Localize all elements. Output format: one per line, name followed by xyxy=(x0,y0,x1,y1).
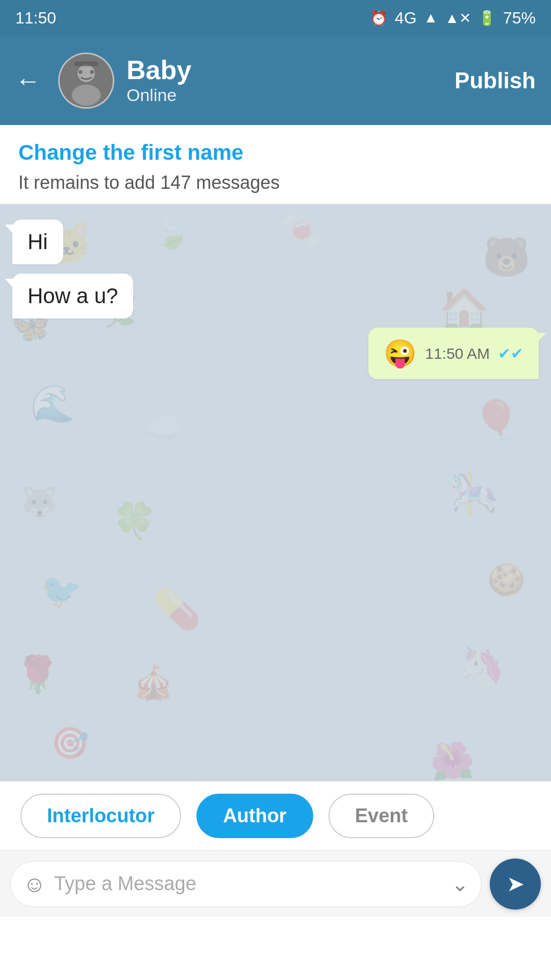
chat-header: ← Baby Online Publish xyxy=(0,36,551,125)
battery-label: 75% xyxy=(503,9,536,28)
message-text-1: Hi xyxy=(28,230,48,254)
contact-status: Online xyxy=(127,85,442,105)
message-tick: ✔✔ xyxy=(498,345,523,362)
status-icons: ⏰ 4G ▲ ▲✕ 🔋 75% xyxy=(370,9,536,28)
tab-interlocutor[interactable]: Interlocutor xyxy=(20,794,181,838)
emoji-picker-button[interactable]: ☺ xyxy=(23,871,46,897)
avatar-image xyxy=(60,54,113,107)
message-text-2: How a u? xyxy=(28,284,118,308)
send-icon: ➤ xyxy=(507,871,524,896)
sent-emoji: 😜 xyxy=(384,338,417,369)
tab-event-label: Event xyxy=(355,805,408,826)
svg-rect-3 xyxy=(74,61,98,66)
bubble-received-1: Hi xyxy=(12,219,63,264)
status-bar: 11:50 ⏰ 4G ▲ ▲✕ 🔋 75% xyxy=(0,0,551,36)
info-title: Change the first name xyxy=(18,140,533,165)
alarm-icon: ⏰ xyxy=(370,10,388,27)
tab-author[interactable]: Author xyxy=(196,794,313,838)
signal-x-icon: ▲✕ xyxy=(445,10,471,27)
message-1: Hi xyxy=(12,219,539,264)
send-button[interactable]: ➤ xyxy=(490,859,541,910)
chat-area: 🐱 🍃 🍬 🐻 🦋 🌿 🏠 🌊 ☁️ 🎈 🐺 🍀 🎠 🐦 💊 🍪 🌹 🎪 🦄 🎯… xyxy=(0,204,551,781)
contact-avatar xyxy=(58,53,114,109)
message-input[interactable] xyxy=(54,873,443,895)
message-input-wrapper: ☺ ⌄ xyxy=(10,861,482,907)
signal-icon: ▲ xyxy=(424,10,438,26)
bubble-received-2: How a u? xyxy=(12,274,133,318)
message-3: 😜 11:50 AM ✔✔ xyxy=(12,328,539,379)
messages-container: Hi How a u? 😜 11:50 AM ✔✔ xyxy=(12,219,539,379)
message-2: How a u? xyxy=(12,274,539,318)
status-time: 11:50 xyxy=(15,9,56,28)
info-subtitle: It remains to add 147 messages xyxy=(18,172,533,193)
svg-point-2 xyxy=(72,84,101,106)
input-bar: ☺ ⌄ ➤ xyxy=(0,850,551,917)
tab-event[interactable]: Event xyxy=(329,794,434,838)
message-time: 11:50 AM xyxy=(425,345,490,362)
back-button[interactable]: ← xyxy=(15,68,41,93)
tab-selector: Interlocutor Author Event xyxy=(0,781,551,850)
contact-name: Baby xyxy=(127,56,442,85)
svg-point-5 xyxy=(90,70,94,74)
publish-button[interactable]: Publish xyxy=(455,68,536,93)
svg-point-4 xyxy=(79,70,83,74)
battery-icon: 🔋 xyxy=(478,10,496,27)
tab-interlocutor-label: Interlocutor xyxy=(47,805,155,826)
contact-info: Baby Online xyxy=(127,56,442,105)
network-label: 4G xyxy=(395,9,417,28)
chevron-down-icon[interactable]: ⌄ xyxy=(452,872,469,896)
info-banner: Change the first name It remains to add … xyxy=(0,125,551,204)
tab-author-label: Author xyxy=(223,805,287,826)
bubble-sent-1: 😜 11:50 AM ✔✔ xyxy=(368,328,539,379)
